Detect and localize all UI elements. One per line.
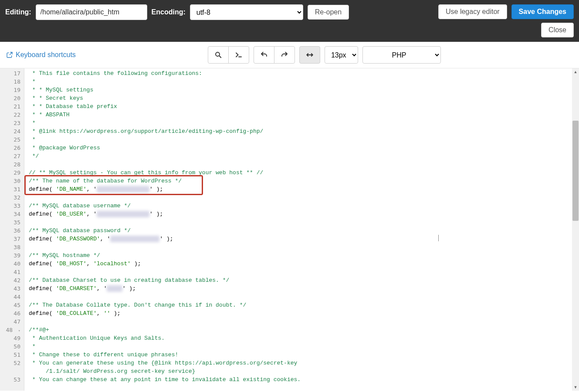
redo-button[interactable] [274, 46, 295, 64]
terminal-button[interactable] [228, 46, 249, 64]
encoding-label: Encoding: [152, 8, 186, 16]
editor-toolbar: Keyboard shortcuts 13px PHP [0, 42, 579, 68]
undo-icon [260, 51, 268, 59]
search-terminal-group [208, 46, 249, 64]
scrollbar-thumb[interactable] [572, 121, 579, 221]
undo-redo-group [254, 46, 295, 64]
scroll-up-arrow[interactable]: ▲ [572, 68, 579, 75]
use-legacy-editor-button[interactable]: Use legacy editor [438, 4, 507, 19]
undo-button[interactable] [254, 46, 274, 64]
svg-line-1 [219, 56, 221, 58]
scroll-down-arrow[interactable]: ▼ [572, 384, 579, 391]
text-cursor [438, 235, 439, 241]
topbar: Editing: Encoding: utf-8 Re-open Use leg… [0, 0, 579, 42]
keyboard-shortcuts-label: Keyboard shortcuts [16, 51, 76, 59]
editor: 17 18 19 20 21 22 23 24 25 26 27 28 29 3… [0, 68, 579, 391]
wrap-toggle-button[interactable] [299, 46, 320, 64]
close-button[interactable]: Close [541, 23, 574, 37]
code-area[interactable]: * This file contains the following confi… [24, 68, 579, 391]
search-button[interactable] [208, 46, 229, 64]
wrap-icon [306, 51, 314, 59]
save-changes-button[interactable]: Save Changes [511, 4, 574, 19]
editing-path-input[interactable] [36, 4, 147, 20]
reopen-button[interactable]: Re-open [308, 5, 349, 20]
external-link-icon [6, 51, 13, 58]
fontsize-select[interactable]: 13px [325, 46, 358, 64]
topbar-left: Editing: Encoding: utf-8 Re-open [5, 4, 349, 20]
search-icon [214, 51, 222, 59]
encoding-select[interactable]: utf-8 [190, 4, 303, 20]
terminal-icon [235, 51, 243, 59]
svg-point-0 [216, 52, 220, 56]
language-select[interactable]: PHP [362, 46, 441, 64]
redo-icon [281, 51, 288, 59]
line-number-gutter: 17 18 19 20 21 22 23 24 25 26 27 28 29 3… [0, 68, 24, 391]
editing-label: Editing: [5, 8, 31, 16]
vertical-scrollbar[interactable]: ▲ ▼ [572, 68, 579, 391]
toolbar-center: 13px PHP [208, 46, 441, 64]
keyboard-shortcuts-link[interactable]: Keyboard shortcuts [6, 51, 76, 59]
topbar-right: Use legacy editor Save Changes Close [438, 4, 574, 37]
